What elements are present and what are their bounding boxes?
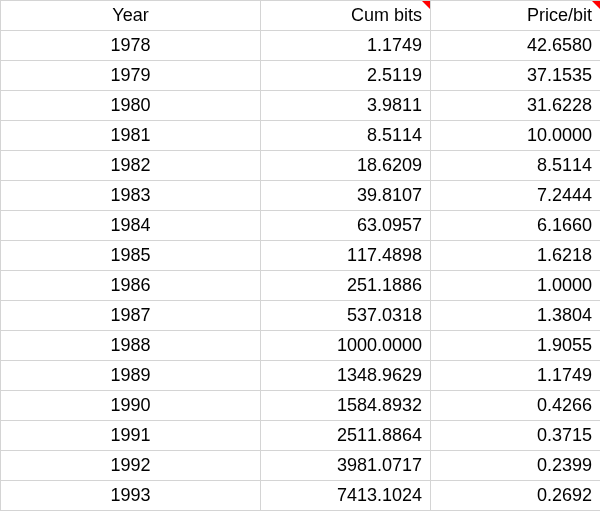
cell-cumbits[interactable]: 117.4898 — [261, 241, 431, 271]
cell-pricebit[interactable]: 0.3715 — [431, 421, 601, 451]
cell-year[interactable]: 1986 — [1, 271, 261, 301]
cell-year[interactable]: 1991 — [1, 421, 261, 451]
table-row: 198339.81077.2444 — [1, 181, 601, 211]
cell-pricebit[interactable]: 8.5114 — [431, 151, 601, 181]
cell-pricebit[interactable]: 7.2444 — [431, 181, 601, 211]
cell-pricebit[interactable]: 1.9055 — [431, 331, 601, 361]
header-row: Year Cum bits Price/bit — [1, 1, 601, 31]
table-row: 19912511.88640.3715 — [1, 421, 601, 451]
cell-cumbits[interactable]: 251.1886 — [261, 271, 431, 301]
cell-cumbits[interactable]: 63.0957 — [261, 211, 431, 241]
data-table: Year Cum bits Price/bit 19781.174942.658… — [0, 0, 600, 511]
header-pricebit[interactable]: Price/bit — [431, 1, 601, 31]
cell-cumbits[interactable]: 1584.8932 — [261, 391, 431, 421]
table-row: 19818.511410.0000 — [1, 121, 601, 151]
cell-cumbits[interactable]: 7413.1024 — [261, 481, 431, 511]
cell-cumbits[interactable]: 1.1749 — [261, 31, 431, 61]
table-row: 1985117.48981.6218 — [1, 241, 601, 271]
cell-year[interactable]: 1988 — [1, 331, 261, 361]
comment-marker-icon[interactable] — [422, 1, 430, 9]
header-cumbits[interactable]: Cum bits — [261, 1, 431, 31]
table-row: 19881000.00001.9055 — [1, 331, 601, 361]
cell-cumbits[interactable]: 39.8107 — [261, 181, 431, 211]
cell-pricebit[interactable]: 0.4266 — [431, 391, 601, 421]
cell-pricebit[interactable]: 37.1535 — [431, 61, 601, 91]
cell-cumbits[interactable]: 1000.0000 — [261, 331, 431, 361]
cell-pricebit[interactable]: 0.2399 — [431, 451, 601, 481]
cell-year[interactable]: 1993 — [1, 481, 261, 511]
table-row: 198463.09576.1660 — [1, 211, 601, 241]
table-row: 19923981.07170.2399 — [1, 451, 601, 481]
table-row: 1986251.18861.0000 — [1, 271, 601, 301]
cell-cumbits[interactable]: 18.6209 — [261, 151, 431, 181]
cell-pricebit[interactable]: 1.6218 — [431, 241, 601, 271]
cell-year[interactable]: 1984 — [1, 211, 261, 241]
cell-pricebit[interactable]: 6.1660 — [431, 211, 601, 241]
table-row: 198218.62098.5114 — [1, 151, 601, 181]
table-row: 19781.174942.6580 — [1, 31, 601, 61]
table-row: 19792.511937.1535 — [1, 61, 601, 91]
cell-year[interactable]: 1992 — [1, 451, 261, 481]
cell-pricebit[interactable]: 1.0000 — [431, 271, 601, 301]
table-row: 19901584.89320.4266 — [1, 391, 601, 421]
cell-cumbits[interactable]: 8.5114 — [261, 121, 431, 151]
cell-cumbits[interactable]: 2511.8864 — [261, 421, 431, 451]
header-year[interactable]: Year — [1, 1, 261, 31]
cell-year[interactable]: 1982 — [1, 151, 261, 181]
cell-cumbits[interactable]: 537.0318 — [261, 301, 431, 331]
cell-cumbits[interactable]: 3981.0717 — [261, 451, 431, 481]
cell-year[interactable]: 1989 — [1, 361, 261, 391]
cell-year[interactable]: 1985 — [1, 241, 261, 271]
cell-year[interactable]: 1979 — [1, 61, 261, 91]
cell-year[interactable]: 1987 — [1, 301, 261, 331]
cell-pricebit[interactable]: 31.6228 — [431, 91, 601, 121]
table-row: 1987537.03181.3804 — [1, 301, 601, 331]
header-year-label: Year — [112, 5, 148, 25]
table-row: 19937413.10240.2692 — [1, 481, 601, 511]
comment-marker-icon[interactable] — [592, 1, 600, 9]
cell-year[interactable]: 1980 — [1, 91, 261, 121]
cell-pricebit[interactable]: 1.1749 — [431, 361, 601, 391]
cell-pricebit[interactable]: 10.0000 — [431, 121, 601, 151]
cell-cumbits[interactable]: 1348.9629 — [261, 361, 431, 391]
cell-year[interactable]: 1981 — [1, 121, 261, 151]
cell-year[interactable]: 1983 — [1, 181, 261, 211]
table-row: 19803.981131.6228 — [1, 91, 601, 121]
cell-pricebit[interactable]: 42.6580 — [431, 31, 601, 61]
cell-pricebit[interactable]: 0.2692 — [431, 481, 601, 511]
cell-year[interactable]: 1990 — [1, 391, 261, 421]
cell-year[interactable]: 1978 — [1, 31, 261, 61]
header-cumbits-label: Cum bits — [351, 5, 422, 25]
cell-cumbits[interactable]: 3.9811 — [261, 91, 431, 121]
cell-pricebit[interactable]: 1.3804 — [431, 301, 601, 331]
table-row: 19891348.96291.1749 — [1, 361, 601, 391]
header-pricebit-label: Price/bit — [527, 5, 592, 25]
cell-cumbits[interactable]: 2.5119 — [261, 61, 431, 91]
